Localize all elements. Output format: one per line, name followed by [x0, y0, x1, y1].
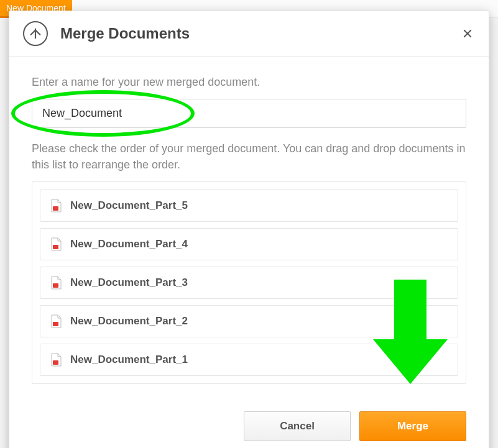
list-item[interactable]: New_Document_Part_1: [40, 344, 458, 376]
list-item[interactable]: New_Document_Part_2: [40, 305, 458, 337]
pdf-file-icon: [50, 276, 62, 290]
merge-documents-modal: Merge Documents Enter a name for your ne…: [9, 11, 489, 448]
merged-document-name-input[interactable]: [32, 99, 466, 128]
list-item[interactable]: New_Document_Part_4: [40, 228, 458, 260]
merge-icon: [23, 21, 48, 46]
pdf-file-icon: [50, 199, 62, 213]
svg-rect-2: [53, 283, 58, 288]
svg-rect-0: [53, 206, 58, 211]
pdf-file-icon: [50, 237, 62, 251]
instruction-order: Please check the order of your merged do…: [32, 140, 466, 173]
list-item[interactable]: New_Document_Part_5: [40, 190, 458, 222]
list-item-label: New_Document_Part_2: [70, 315, 188, 327]
document-order-list: New_Document_Part_5 New_Document_Part_4 …: [32, 181, 466, 384]
close-icon: [462, 28, 473, 39]
instruction-name: Enter a name for your new merged documen…: [32, 74, 466, 90]
list-item-label: New_Document_Part_1: [70, 354, 188, 366]
pdf-file-icon: [50, 353, 62, 367]
list-item-label: New_Document_Part_5: [70, 199, 188, 212]
modal-title: Merge Documents: [60, 25, 460, 42]
merge-button[interactable]: Merge: [359, 411, 466, 441]
svg-rect-4: [53, 360, 58, 365]
list-item-label: New_Document_Part_4: [70, 238, 188, 250]
modal-header: Merge Documents: [9, 11, 489, 57]
cancel-button[interactable]: Cancel: [244, 411, 351, 441]
close-button[interactable]: [460, 26, 475, 41]
modal-body: Enter a name for your new merged documen…: [9, 57, 489, 399]
list-item[interactable]: New_Document_Part_3: [40, 267, 458, 299]
svg-rect-1: [53, 245, 58, 249]
list-item-label: New_Document_Part_3: [70, 277, 188, 289]
modal-footer: Cancel Merge: [9, 399, 489, 448]
pdf-file-icon: [50, 314, 62, 328]
svg-rect-3: [53, 322, 58, 326]
